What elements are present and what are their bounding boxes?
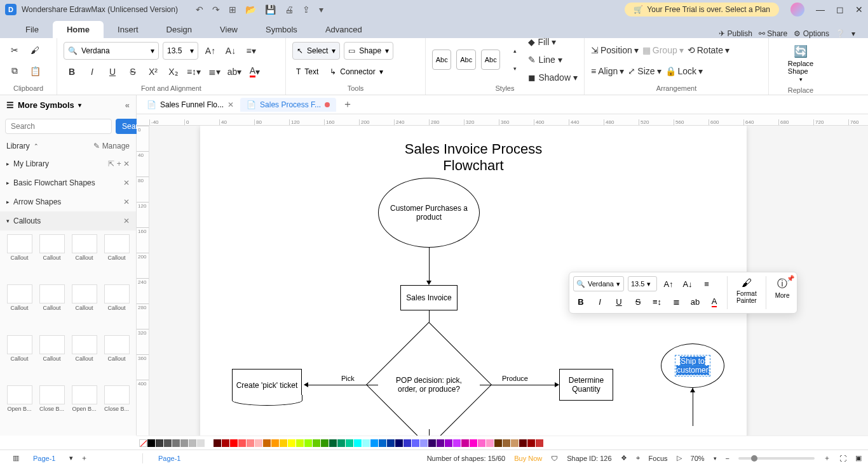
bold-icon[interactable]: B bbox=[64, 63, 80, 80]
mini-italic-icon[interactable]: I bbox=[592, 294, 607, 309]
pin-icon[interactable]: 📌 bbox=[787, 275, 794, 282]
node-determine-quantity[interactable]: Determine Quantity bbox=[559, 369, 613, 401]
gallery-item[interactable]: Callout bbox=[70, 234, 98, 281]
line-button[interactable]: ✎ Line▾ bbox=[528, 51, 578, 68]
color-swatch[interactable] bbox=[486, 439, 494, 447]
color-swatch[interactable] bbox=[354, 439, 362, 447]
page-tab-1b[interactable]: Page-1 bbox=[152, 453, 187, 463]
mini-inc-font-icon[interactable]: A↑ bbox=[661, 276, 676, 291]
connector[interactable] bbox=[693, 388, 693, 426]
mini-underline-icon[interactable]: U bbox=[611, 294, 627, 309]
publish-button[interactable]: ✈ Publish bbox=[719, 29, 752, 38]
export-icon[interactable]: ⇪ bbox=[302, 4, 310, 15]
color-swatch[interactable] bbox=[156, 439, 163, 447]
format-painter-icon[interactable]: 🖌 bbox=[27, 42, 43, 58]
qa-more-icon[interactable]: ▾ bbox=[319, 4, 323, 15]
font-size-combo[interactable]: 13.5▾ bbox=[163, 42, 198, 60]
color-swatch[interactable] bbox=[370, 439, 378, 447]
doc-tab-1[interactable]: 📄 Sales Funnel Flo... ✕ bbox=[140, 98, 240, 112]
close-window-icon[interactable]: ✕ bbox=[855, 4, 863, 15]
no-fill-swatch[interactable] bbox=[139, 439, 147, 447]
color-swatch[interactable] bbox=[247, 439, 254, 447]
library-label[interactable]: Library bbox=[6, 142, 30, 150]
position-button[interactable]: ⇲ Position▾ bbox=[591, 42, 639, 58]
bullets-icon[interactable]: ≣▾ bbox=[206, 63, 222, 80]
connector[interactable] bbox=[429, 248, 430, 281]
node-customer-purchase[interactable]: Customer Purchases a product bbox=[378, 178, 480, 248]
align-para-icon[interactable]: ≡▾ bbox=[243, 43, 259, 59]
connector[interactable] bbox=[429, 429, 430, 436]
gallery-item[interactable]: Callout bbox=[70, 284, 98, 331]
more-symbols-label[interactable]: More Symbols bbox=[18, 100, 74, 110]
color-swatch[interactable] bbox=[238, 439, 246, 447]
color-swatch[interactable] bbox=[470, 439, 477, 447]
mini-strike-icon[interactable]: S bbox=[630, 294, 646, 309]
menu-insert[interactable]: Insert bbox=[104, 21, 153, 38]
highlight-icon[interactable]: ab▾ bbox=[226, 63, 243, 80]
superscript-icon[interactable]: X² bbox=[145, 63, 161, 80]
style-down-icon[interactable]: ▾ bbox=[506, 60, 523, 77]
manage-button[interactable]: ✎ Manage bbox=[93, 142, 130, 150]
menu-view[interactable]: View bbox=[206, 21, 252, 38]
save-icon[interactable]: 💾 bbox=[265, 4, 276, 15]
open-icon[interactable]: 📂 bbox=[245, 4, 256, 15]
paste-icon[interactable]: 📋 bbox=[27, 63, 43, 79]
color-swatch[interactable] bbox=[296, 439, 304, 447]
color-swatch[interactable] bbox=[230, 439, 238, 447]
style-preset-1[interactable]: Abc bbox=[432, 50, 451, 70]
presentation-icon[interactable]: ▷ bbox=[677, 454, 682, 462]
color-swatch[interactable] bbox=[536, 439, 543, 447]
node-sales-invoice[interactable]: Sales Invoice bbox=[400, 285, 458, 310]
fullscreen-icon[interactable]: ▣ bbox=[855, 454, 862, 462]
color-swatch[interactable] bbox=[172, 439, 180, 447]
cut-icon[interactable]: ✂ bbox=[6, 42, 23, 58]
group-button[interactable]: ▦ Group▾ bbox=[642, 42, 684, 58]
color-swatch[interactable] bbox=[222, 439, 229, 447]
color-swatch[interactable] bbox=[503, 439, 510, 447]
style-up-icon[interactable]: ▴ bbox=[506, 43, 523, 59]
color-swatch[interactable] bbox=[346, 439, 353, 447]
menu-advanced[interactable]: Advanced bbox=[311, 21, 376, 38]
undo-icon[interactable]: ↶ bbox=[196, 4, 203, 15]
focus-label[interactable]: Focus bbox=[649, 455, 668, 462]
color-swatch[interactable] bbox=[197, 439, 205, 447]
options-button[interactable]: ⚙ Options bbox=[794, 29, 829, 38]
color-swatch[interactable] bbox=[271, 439, 279, 447]
gallery-item[interactable]: Callout bbox=[5, 335, 34, 382]
basic-flowchart-section[interactable]: ▸Basic Flowchart Shapes✕ bbox=[0, 173, 136, 192]
color-swatch[interactable] bbox=[420, 439, 428, 447]
color-swatch[interactable] bbox=[478, 439, 485, 447]
lib-export-icon[interactable]: ⇱ bbox=[108, 159, 114, 168]
buy-now-link[interactable]: Buy Now bbox=[514, 455, 542, 462]
symbol-search-input[interactable] bbox=[5, 119, 112, 134]
color-swatch[interactable] bbox=[288, 439, 295, 447]
color-swatch[interactable] bbox=[304, 439, 312, 447]
zoom-slider[interactable] bbox=[738, 457, 815, 460]
gallery-item[interactable]: Close B... bbox=[37, 385, 66, 432]
italic-icon[interactable]: I bbox=[84, 63, 100, 80]
subscript-icon[interactable]: X₂ bbox=[165, 63, 182, 80]
gallery-item[interactable]: Open B... bbox=[70, 385, 98, 432]
maximize-icon[interactable]: ◻ bbox=[836, 4, 844, 15]
color-swatch[interactable] bbox=[205, 439, 213, 447]
menu-symbols[interactable]: Symbols bbox=[252, 21, 311, 38]
gallery-item[interactable]: Callout bbox=[102, 284, 131, 331]
minimize-icon[interactable]: — bbox=[816, 4, 825, 15]
lock-button[interactable]: 🔒 Lock▾ bbox=[665, 63, 703, 79]
selected-text-line2[interactable]: customer bbox=[677, 366, 708, 375]
select-tool[interactable]: ↖ Select ▾ bbox=[292, 42, 340, 60]
mini-align-icon[interactable]: ≡ bbox=[699, 276, 714, 291]
layers-icon[interactable]: ❖ bbox=[621, 454, 627, 462]
color-swatch[interactable] bbox=[337, 439, 345, 447]
gallery-item[interactable]: Callout bbox=[102, 335, 131, 382]
color-swatch[interactable] bbox=[189, 439, 196, 447]
gallery-item[interactable]: Close B... bbox=[102, 385, 131, 432]
collapse-panel-icon[interactable]: « bbox=[125, 100, 130, 110]
increase-font-icon[interactable]: A↑ bbox=[202, 43, 219, 59]
zoom-in-icon[interactable]: ＋ bbox=[824, 453, 831, 463]
mini-bullets-icon[interactable]: ≣ bbox=[668, 294, 684, 309]
trial-badge[interactable]: 🛒 Your Free Trial is over. Select a Plan bbox=[625, 3, 779, 17]
gallery-item[interactable]: Callout bbox=[5, 284, 34, 331]
close-tab-icon[interactable]: ✕ bbox=[227, 100, 234, 109]
color-swatch[interactable] bbox=[362, 439, 370, 447]
